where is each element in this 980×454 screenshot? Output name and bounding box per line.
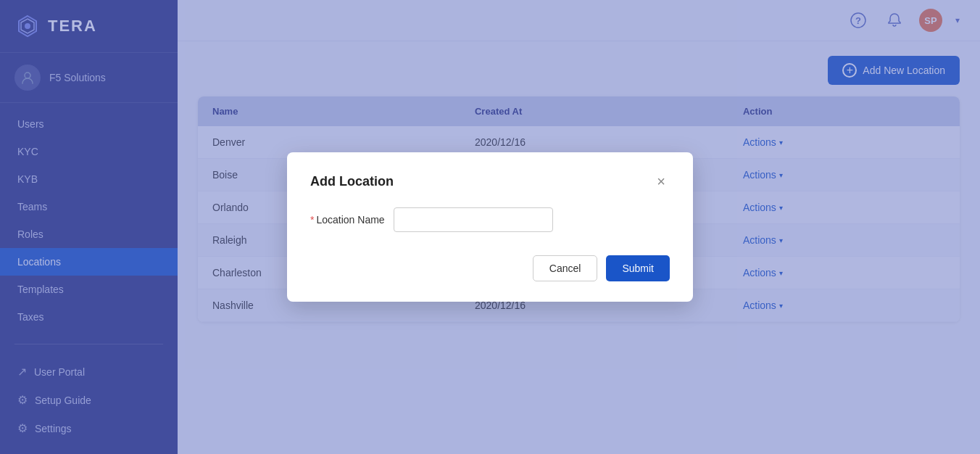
modal-close-button[interactable]: × — [652, 173, 670, 190]
submit-label: Submit — [622, 263, 654, 274]
modal-title: Add Location — [310, 174, 394, 189]
location-name-text: Location Name — [316, 214, 384, 226]
modal-header: Add Location × — [310, 173, 670, 190]
modal-overlay[interactable]: Add Location × * Location Name Cancel — [0, 0, 980, 454]
close-icon: × — [657, 173, 665, 189]
submit-button[interactable]: Submit — [606, 255, 670, 281]
main-content: ? SP ▾ + Add New Location Name — [178, 0, 980, 454]
modal-footer: Cancel Submit — [310, 255, 670, 281]
add-location-modal: Add Location × * Location Name Cancel — [287, 152, 693, 302]
location-name-input[interactable] — [394, 207, 553, 232]
cancel-button[interactable]: Cancel — [533, 255, 598, 281]
modal-body: * Location Name — [310, 207, 670, 232]
cancel-label: Cancel — [549, 263, 581, 274]
location-name-label: * Location Name — [310, 214, 385, 226]
location-name-field: * Location Name — [310, 207, 670, 232]
required-star: * — [310, 214, 314, 226]
